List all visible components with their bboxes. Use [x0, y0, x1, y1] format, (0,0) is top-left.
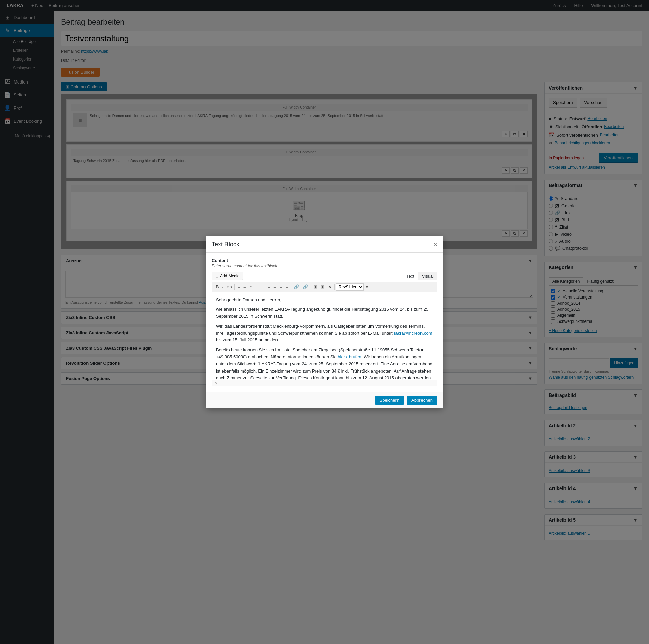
- modal-overlay[interactable]: Text Block × Content Enter some content …: [0, 0, 649, 644]
- insert-button[interactable]: ⊞: [312, 283, 319, 290]
- cleanup-button[interactable]: ✕: [326, 283, 333, 290]
- revslider-select[interactable]: RevSlider: [336, 283, 364, 291]
- modal-titlebar: Text Block ×: [206, 236, 443, 253]
- unordered-list-button[interactable]: ≡: [236, 283, 242, 290]
- text-block-modal: Text Block × Content Enter some content …: [206, 236, 443, 408]
- unlink-button[interactable]: 🔗: [301, 283, 310, 290]
- link-button[interactable]: 🔗: [292, 283, 301, 290]
- ordered-list-button[interactable]: ≡: [242, 283, 248, 290]
- here-link[interactable]: hier abrufen: [338, 354, 361, 359]
- modal-body: Content Enter some content for this text…: [206, 253, 443, 392]
- modal-content-hint: Enter some content for this textblock: [212, 264, 437, 268]
- editor-paragraph-4: Bereits heute können Sie sich im Hotel S…: [216, 347, 433, 380]
- table-button[interactable]: ⊞: [319, 283, 326, 290]
- toolbar-sep1: [234, 284, 235, 290]
- strikethrough-button[interactable]: ab: [225, 283, 233, 290]
- align-left-button[interactable]: ≡: [266, 283, 272, 290]
- tab-text[interactable]: Text: [403, 272, 418, 280]
- revslider-arrow: ▼: [364, 284, 370, 290]
- add-media-icon: ⊞: [215, 273, 219, 278]
- email-link[interactable]: lakra@increon.com: [394, 331, 432, 336]
- bold-button[interactable]: B: [214, 283, 220, 290]
- tab-visual[interactable]: Visual: [418, 272, 437, 280]
- toolbar-sep4: [291, 284, 291, 290]
- italic-button[interactable]: I: [220, 283, 225, 290]
- modal-title: Text Block: [212, 241, 239, 252]
- align-justify-button[interactable]: ≡: [284, 283, 290, 290]
- editor-path: p: [212, 380, 437, 386]
- editor-paragraph-1: Sehr geehrte Damen und Herren,: [216, 296, 433, 304]
- modal-save-button[interactable]: Speichern: [375, 396, 404, 405]
- align-center-button[interactable]: ≡: [272, 283, 278, 290]
- align-right-button[interactable]: ≡: [278, 283, 284, 290]
- modal-confirm-button[interactable]: Abbrechen: [407, 396, 437, 405]
- editor-paragraph-2: wie anlässlich unserer letzten LAKRA-Tag…: [216, 306, 433, 320]
- add-media-button[interactable]: ⊞ Add Media: [212, 272, 243, 280]
- modal-content-label: Content: [212, 258, 437, 263]
- editor-toolbar: B I ab ≡ ≡ ❝ — ≡ ≡ ≡ ≡ 🔗 🔗 ⊞ ⊞ ✕: [212, 282, 437, 292]
- editor-content-area[interactable]: Sehr geehrte Damen und Herren, wie anläs…: [212, 292, 437, 380]
- editor-paragraph-3: Wir, das Landesförderinstitut Mecklenbur…: [216, 323, 433, 344]
- toolbar-sep5: [311, 284, 311, 290]
- modal-footer: Speichern Abbrechen: [206, 392, 443, 408]
- toolbar-sep6: [334, 284, 335, 290]
- hr-button[interactable]: —: [256, 283, 264, 290]
- toolbar-sep3: [265, 284, 265, 290]
- modal-close-button[interactable]: ×: [433, 241, 437, 252]
- text-visual-tabs: Text Visual: [403, 272, 437, 280]
- blockquote-button[interactable]: ❝: [248, 283, 254, 290]
- toolbar-sep2: [255, 284, 255, 290]
